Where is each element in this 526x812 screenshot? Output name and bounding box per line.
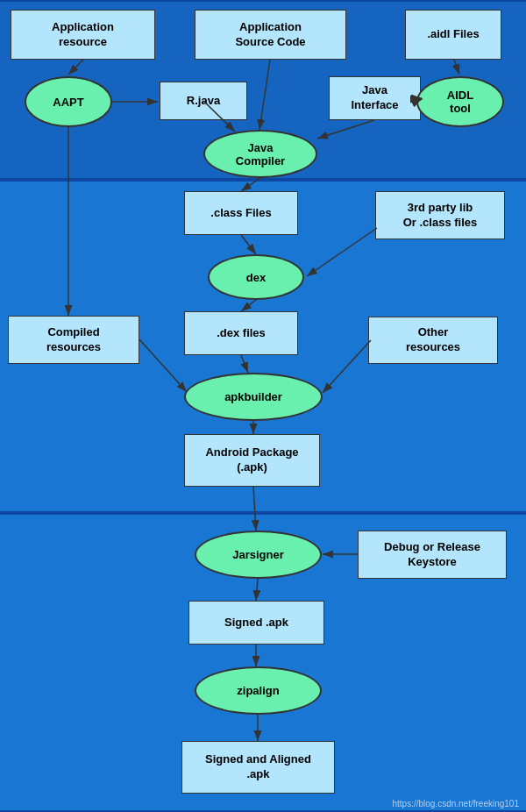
signed-apk-box: Signed .apk — [188, 601, 324, 645]
jarsigner-oval: Jarsigner — [195, 531, 322, 579]
dex-oval: dex — [208, 254, 304, 300]
java-interface-box: JavaInterface — [329, 76, 421, 120]
r-java-box: R.java — [160, 82, 247, 120]
signed-aligned-box: Signed and Aligned.apk — [181, 741, 335, 794]
dex-files-box: .dex files — [184, 311, 298, 355]
third-party-box: 3rd party libOr .class files — [375, 191, 505, 239]
aidl-tool-oval: AIDLtool — [416, 76, 504, 127]
apkbuilder-oval: apkbuilder — [184, 373, 323, 421]
app-resource-box: Applicationresource — [11, 10, 155, 60]
zipalign-oval: zipalign — [195, 666, 322, 715]
java-compiler-oval: JavaCompiler — [203, 130, 317, 178]
class-files-box: .class Files — [184, 191, 298, 235]
other-resources-box: Otherresources — [368, 317, 498, 364]
android-package-box: Android Package(.apk) — [184, 434, 320, 487]
aidl-files-box: .aidl Files — [405, 10, 501, 60]
compiled-resources-box: Compiledresources — [8, 316, 139, 364]
debug-keystore-box: Debug or ReleaseKeystore — [358, 531, 507, 579]
watermark: https://blog.csdn.net/freeking101 — [392, 799, 519, 808]
aapt-oval: AAPT — [25, 76, 112, 127]
app-source-box: ApplicationSource Code — [195, 10, 346, 60]
